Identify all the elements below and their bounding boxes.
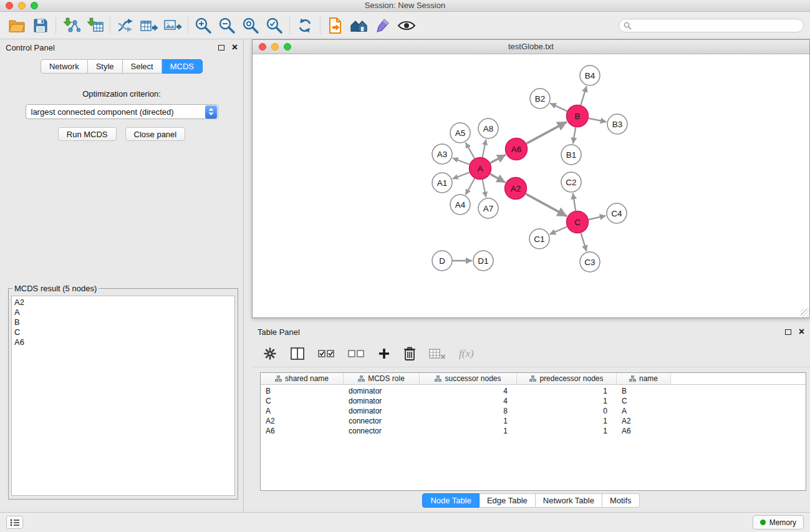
cell[interactable]: A6 xyxy=(261,427,344,435)
cell[interactable]: C xyxy=(261,397,344,405)
import-network-icon[interactable] xyxy=(59,15,83,36)
node-A5[interactable]: A5 xyxy=(450,123,470,143)
cell[interactable]: 1 xyxy=(517,417,617,425)
search-input[interactable] xyxy=(619,19,804,32)
trash-icon[interactable] xyxy=(403,346,416,361)
node-B3[interactable]: B3 xyxy=(607,114,627,134)
minimize-window-button[interactable] xyxy=(18,2,26,9)
tab-style[interactable]: Style xyxy=(88,59,123,74)
float-table-panel-icon[interactable] xyxy=(785,329,791,335)
deselect-all-icon[interactable] xyxy=(348,348,365,359)
result-item[interactable]: C xyxy=(14,327,232,337)
node-B[interactable]: B xyxy=(567,105,589,127)
cell[interactable]: 1 xyxy=(517,427,617,435)
result-item[interactable]: A2 xyxy=(14,297,232,307)
cell[interactable]: 1 xyxy=(517,387,617,395)
delete-table-icon[interactable] xyxy=(429,347,446,360)
cell[interactable]: 8 xyxy=(420,407,517,415)
table-row[interactable]: A2connector11A2 xyxy=(261,416,806,426)
tab-edge-table[interactable]: Edge Table xyxy=(480,493,536,508)
cell[interactable]: B xyxy=(261,387,344,395)
table-row[interactable]: Cdominator41C xyxy=(261,396,806,406)
node-A[interactable]: A xyxy=(470,158,491,180)
edge-A-A8[interactable] xyxy=(483,140,486,157)
result-item[interactable]: A6 xyxy=(14,337,232,347)
table-row[interactable]: A6connector11A6 xyxy=(261,426,806,436)
cell[interactable]: connector xyxy=(344,427,420,435)
edge-C-C3[interactable] xyxy=(581,233,587,251)
edge-B-B4[interactable] xyxy=(581,86,586,105)
export-table-icon[interactable] xyxy=(137,15,161,36)
cell[interactable]: A xyxy=(617,407,671,415)
edge-C-C2[interactable] xyxy=(573,193,576,211)
cell[interactable]: 1 xyxy=(420,417,517,425)
export-document-icon[interactable] xyxy=(324,15,347,36)
column-header-name[interactable]: name xyxy=(617,373,671,384)
column-header-shared-name[interactable]: shared name xyxy=(261,373,344,384)
tab-select[interactable]: Select xyxy=(123,59,162,74)
edge-C-C1[interactable] xyxy=(550,227,567,235)
cell[interactable]: connector xyxy=(344,417,420,425)
node-B1[interactable]: B1 xyxy=(561,145,581,165)
edge-B-B3[interactable] xyxy=(589,118,606,122)
column-header-successor-nodes[interactable]: successor nodes xyxy=(420,373,517,384)
result-item[interactable]: B xyxy=(14,317,232,327)
tab-network[interactable]: Network xyxy=(41,59,88,74)
cell[interactable]: B xyxy=(617,387,671,395)
node-C3[interactable]: C3 xyxy=(580,252,600,272)
network-close-button[interactable] xyxy=(259,43,266,51)
zoom-in-icon[interactable] xyxy=(191,15,215,36)
cell[interactable]: A xyxy=(261,407,344,415)
edge-A-A6[interactable] xyxy=(490,155,506,163)
edge-A-A4[interactable] xyxy=(466,178,475,195)
node-A6[interactable]: A6 xyxy=(506,138,528,160)
cell[interactable]: 4 xyxy=(420,387,517,395)
save-session-icon[interactable] xyxy=(29,15,52,36)
node-A1[interactable]: A1 xyxy=(432,173,452,193)
network-minimize-button[interactable] xyxy=(271,43,279,51)
float-panel-icon[interactable] xyxy=(218,45,224,51)
cell[interactable]: A2 xyxy=(617,417,671,425)
show-hide-eye-icon[interactable] xyxy=(395,15,418,36)
column-header-MCDS-role[interactable]: MCDS role xyxy=(344,373,420,384)
network-zoom-button[interactable] xyxy=(284,43,291,51)
node-C1[interactable]: C1 xyxy=(529,229,549,249)
resize-grip[interactable] xyxy=(801,309,809,317)
node-B2[interactable]: B2 xyxy=(530,89,550,109)
cell[interactable]: A2 xyxy=(261,417,344,425)
add-row-icon[interactable] xyxy=(378,347,390,360)
tab-node-table[interactable]: Node Table xyxy=(422,493,480,508)
cell[interactable]: dominator xyxy=(344,407,420,415)
open-file-icon[interactable] xyxy=(5,15,29,36)
cell[interactable]: 1 xyxy=(517,397,617,405)
column-header-predecessor-nodes[interactable]: predecessor nodes xyxy=(517,373,617,384)
edge-A-A3[interactable] xyxy=(453,158,470,164)
refresh-icon[interactable] xyxy=(293,15,317,36)
network-canvas[interactable]: B4B2BB3A8A5A6A3B1AA1C2A2A4A7C4CC1DD1C3 xyxy=(253,54,809,317)
task-history-button[interactable] xyxy=(6,516,23,529)
home-icon[interactable] xyxy=(347,15,371,36)
dropdown-stepper-icon[interactable] xyxy=(205,105,217,118)
node-C2[interactable]: C2 xyxy=(561,172,581,192)
cell[interactable]: dominator xyxy=(344,387,420,395)
edge-A-A2[interactable] xyxy=(490,174,505,182)
function-builder-icon[interactable]: f(x) xyxy=(459,347,474,360)
edge-A2-C[interactable] xyxy=(526,194,567,216)
node-C4[interactable]: C4 xyxy=(607,203,627,223)
edge-B-B1[interactable] xyxy=(573,127,576,143)
tab-mcds[interactable]: MCDS xyxy=(162,59,203,74)
node-A7[interactable]: A7 xyxy=(478,198,498,218)
node-D1[interactable]: D1 xyxy=(473,251,493,271)
run-mcds-button[interactable]: Run MCDS xyxy=(58,127,117,141)
close-window-button[interactable] xyxy=(6,2,13,9)
table-row[interactable]: Adominator80A xyxy=(261,406,806,416)
edge-C-C4[interactable] xyxy=(589,216,605,220)
zoom-fit-icon[interactable] xyxy=(239,15,263,36)
cell[interactable]: 0 xyxy=(517,407,617,415)
node-A4[interactable]: A4 xyxy=(450,195,470,215)
select-all-icon[interactable] xyxy=(318,348,335,359)
tab-motifs[interactable]: Motifs xyxy=(602,493,640,508)
node-A2[interactable]: A2 xyxy=(505,178,527,200)
cell[interactable]: 4 xyxy=(420,397,517,405)
result-item[interactable]: A xyxy=(14,307,232,317)
